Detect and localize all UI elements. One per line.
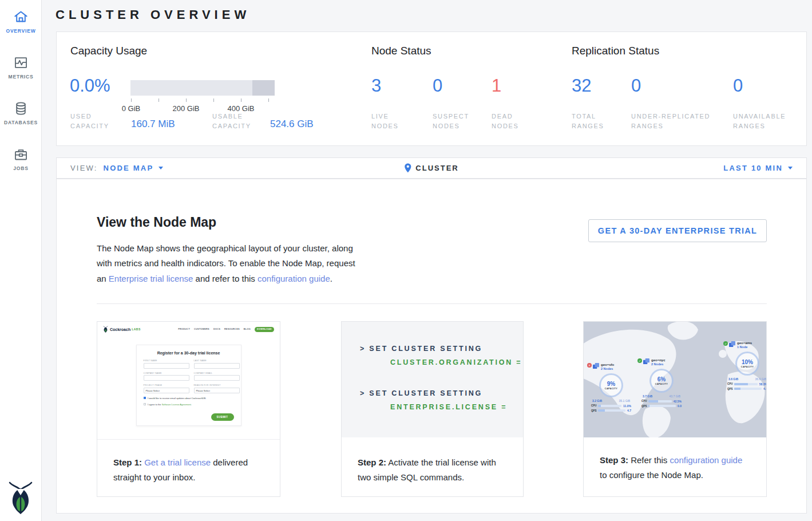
capacity-gauge: 10% CAPACITY	[735, 352, 759, 376]
step3-caption: Step 3: Refer this configuration guide t…	[584, 437, 766, 483]
chevron-down-icon[interactable]	[159, 167, 163, 169]
location-pin-icon	[404, 163, 411, 173]
sidebar-item-jobs[interactable]: JOBS	[0, 147, 42, 171]
mini-site-input	[194, 363, 240, 369]
configuration-guide-link[interactable]: configuration guide	[258, 274, 330, 283]
live-status-icon: ✓	[637, 358, 642, 363]
suspect-nodes-value: 0	[433, 76, 442, 96]
enterprise-trial-license-link[interactable]: Enterprise trial license	[109, 274, 193, 283]
view-label: VIEW:	[70, 164, 98, 172]
suspect-nodes-label: SUSPECTNODES	[433, 112, 469, 131]
configuration-guide-link[interactable]: configuration guide	[670, 455, 743, 465]
get-enterprise-trial-button[interactable]: GET A 30-DAY ENTERPRISE TRIAL	[588, 219, 767, 242]
capacity-bar-chart	[130, 80, 275, 96]
cockroach-logo-small-icon	[103, 326, 108, 333]
capacity-gauge: 9% CAPACITY	[599, 373, 623, 397]
time-range-selector[interactable]: LAST 10 MIN	[723, 164, 783, 172]
unavailable-ranges-label: UNAVAILABLERANGES	[733, 112, 786, 131]
replication-status-title: Replication Status	[572, 45, 659, 57]
mini-site-submit-button: SUBMIT	[211, 413, 234, 421]
sidebar-item-overview[interactable]: OVERVIEW	[0, 9, 42, 34]
step1-caption: Step 1: Get a trial license delivered st…	[97, 440, 280, 485]
axis-tick-label: 200 GiB	[169, 104, 203, 113]
total-ranges-value: 32	[572, 76, 591, 96]
axis-tick	[241, 98, 241, 102]
under-replicated-ranges-value: 0	[631, 76, 641, 96]
view-selector[interactable]: NODE MAP	[104, 164, 154, 172]
node-cube-icon	[729, 341, 735, 348]
node-status-title: Node Status	[371, 45, 431, 57]
dead-status-icon: ✕	[587, 363, 592, 368]
mini-site-form-title: Register for a 30-day trial license	[137, 351, 241, 355]
capacity-percent: 0.0%	[70, 76, 110, 96]
sidebar-item-label: JOBS	[0, 165, 42, 171]
view-bar: VIEW: NODE MAP CLUSTER LAST 10 MIN	[56, 157, 807, 179]
used-capacity-label: USEDCAPACITY	[70, 112, 109, 131]
sidebar: OVERVIEW METRICS DATABASES JOBS	[0, 0, 42, 521]
map-node-sfo: ✕ geo=sfo2 Nodes 9% CAPACITY 3.2 GiB35.1…	[587, 363, 635, 412]
axis-tick	[268, 98, 269, 102]
mini-site-checkbox-checked	[144, 397, 146, 400]
live-nodes-label: LIVENODES	[371, 112, 399, 131]
mini-site-input	[144, 363, 189, 369]
total-ranges-label: TOTALRANGES	[572, 112, 604, 131]
capacity-usage-title: Capacity Usage	[70, 45, 147, 57]
live-nodes-value: 3	[371, 76, 381, 96]
axis-tick	[213, 98, 214, 102]
usable-capacity-value: 524.6 GiB	[270, 119, 314, 130]
usable-capacity-label: USABLECAPACITY	[212, 112, 251, 131]
mini-site-topbar: Cockroach LABS PRODUCT CUSTOMERS DOCS RE…	[97, 322, 280, 337]
map-node-ams: ✓ geo=ams1 Node 10% CAPACITY 3.6 GiB36.6…	[723, 341, 766, 390]
sql-code-block: > SET CLUSTER SETTING CLUSTER.ORGANIZATI…	[342, 322, 523, 437]
step2-caption: Step 2: Activate the trial license with …	[342, 440, 523, 485]
axis-tick	[159, 98, 159, 102]
capacity-bar-reserved-segment	[252, 80, 275, 96]
cluster-breadcrumb: CLUSTER	[415, 164, 458, 172]
divider	[97, 303, 767, 304]
databases-icon	[13, 101, 29, 116]
mini-site-brand: Cockroach	[110, 327, 130, 331]
sql-argument: ENTERPRISE.LICENSE =	[390, 403, 507, 411]
get-trial-license-link[interactable]: Get a trial license	[144, 457, 211, 467]
node-map-panel: View the Node Map The Node Map shows the…	[56, 179, 807, 514]
metrics-icon	[13, 55, 29, 70]
jobs-icon	[13, 147, 29, 162]
step2-card: > SET CLUSTER SETTING CLUSTER.ORGANIZATI…	[341, 321, 524, 497]
sql-statement: > SET CLUSTER SETTING	[360, 389, 482, 397]
node-cube-icon	[643, 358, 649, 365]
sql-argument: CLUSTER.ORGANIZATION =	[390, 358, 522, 366]
used-capacity-value: 160.7 MiB	[131, 119, 175, 130]
step3-card: ✕ geo=sfo2 Nodes 9% CAPACITY 3.2 GiB35.1…	[583, 321, 767, 497]
cluster-overview-page: OVERVIEW METRICS DATABASES JOBS CLUSTER …	[0, 0, 812, 521]
dead-nodes-value: 1	[492, 76, 501, 96]
axis-tick-label: 0 GiB	[114, 104, 148, 113]
sql-statement: > SET CLUSTER SETTING	[360, 345, 482, 353]
sidebar-item-label: DATABASES	[0, 120, 42, 125]
trial-license-site-screenshot: Cockroach LABS PRODUCT CUSTOMERS DOCS RE…	[97, 322, 280, 440]
home-icon	[13, 9, 29, 25]
mini-site-select: Please Select	[194, 388, 240, 393]
chevron-down-icon[interactable]	[788, 167, 793, 169]
capacity-gauge: 6% CAPACITY	[649, 369, 674, 393]
axis-tick	[186, 98, 187, 102]
page-title: CLUSTER OVERVIEW	[56, 7, 250, 22]
sidebar-item-databases[interactable]: DATABASES	[0, 101, 42, 125]
sidebar-item-label: METRICS	[0, 74, 42, 80]
live-status-icon: ✓	[723, 341, 728, 346]
step1-card: Cockroach LABS PRODUCT CUSTOMERS DOCS RE…	[97, 321, 280, 497]
cluster-summary-panel: Capacity Usage 0.0% 0 GiB 200 GiB 400 Gi…	[56, 31, 807, 146]
node-map-heading: View the Node Map	[97, 215, 216, 230]
node-map-preview: ✕ geo=sfo2 Nodes 9% CAPACITY 3.2 GiB35.1…	[584, 322, 766, 437]
mini-site-input	[194, 375, 240, 381]
mini-site-input	[144, 375, 189, 381]
mini-site-checkbox-empty	[144, 403, 146, 406]
unavailable-ranges-value: 0	[733, 76, 743, 96]
mini-site-download-button: DOWNLOAD	[255, 327, 274, 332]
sidebar-item-metrics[interactable]: METRICS	[0, 55, 42, 80]
sidebar-item-label: OVERVIEW	[0, 28, 42, 34]
node-cube-icon	[593, 363, 599, 369]
mini-site-nav: PRODUCT CUSTOMERS DOCS RESOURCES BLOG DO…	[178, 327, 274, 332]
dead-nodes-label: DEADNODES	[492, 112, 519, 131]
mini-site-select: Please Select	[144, 388, 189, 393]
map-node-nyc: ✓ geo=nyc2 Nodes 6% CAPACITY 3.7 GiB43.7…	[637, 358, 686, 408]
